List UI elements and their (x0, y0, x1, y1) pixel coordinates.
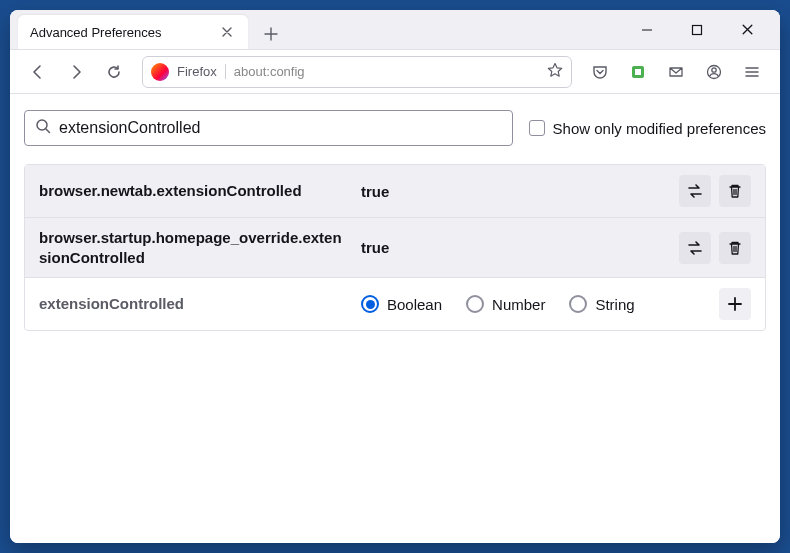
svg-point-4 (712, 67, 716, 71)
browser-tab[interactable]: Advanced Preferences (18, 15, 248, 49)
pref-actions (679, 175, 751, 207)
radio-icon[interactable] (569, 295, 587, 313)
back-button[interactable] (22, 56, 54, 88)
show-modified-label: Show only modified preferences (553, 120, 766, 137)
url-input[interactable] (234, 64, 539, 79)
forward-button[interactable] (60, 56, 92, 88)
pocket-icon[interactable] (584, 56, 616, 88)
prefs-table: browser.newtab.extensionControlled true … (24, 164, 766, 331)
toggle-button[interactable] (679, 232, 711, 264)
bookmark-star-icon[interactable] (547, 62, 563, 82)
radio-string[interactable]: String (569, 295, 634, 313)
app-menu-button[interactable] (736, 56, 768, 88)
radio-label: Number (492, 296, 545, 313)
reload-button[interactable] (98, 56, 130, 88)
identity-label: Firefox (177, 64, 226, 79)
maximize-button[interactable] (676, 14, 718, 46)
show-modified-toggle[interactable]: Show only modified preferences (529, 120, 766, 137)
tabs-strip: Advanced Preferences (10, 10, 626, 49)
close-window-button[interactable] (726, 14, 768, 46)
config-search-input[interactable] (59, 119, 502, 137)
svg-rect-0 (693, 25, 702, 34)
config-search-box[interactable] (24, 110, 513, 146)
pref-value: true (361, 183, 667, 200)
radio-label: String (595, 296, 634, 313)
browser-window: Advanced Preferences (10, 10, 780, 543)
tab-title: Advanced Preferences (30, 25, 218, 40)
window-controls (626, 14, 780, 46)
search-icon (35, 118, 51, 138)
pref-name: browser.startup.homepage_override.extens… (39, 228, 349, 267)
radio-icon[interactable] (466, 295, 484, 313)
account-icon[interactable] (698, 56, 730, 88)
new-pref-row[interactable]: extensionControlled Boolean Number Strin… (25, 278, 765, 330)
new-tab-button[interactable] (256, 19, 286, 49)
pref-name: browser.newtab.extensionControlled (39, 181, 349, 201)
url-bar[interactable]: Firefox (142, 56, 572, 88)
svg-rect-2 (635, 69, 641, 75)
minimize-button[interactable] (626, 14, 668, 46)
firefox-logo-icon (151, 63, 169, 81)
navigation-toolbar: Firefox (10, 50, 780, 94)
radio-number[interactable]: Number (466, 295, 545, 313)
new-pref-name: extensionControlled (39, 294, 349, 314)
mail-icon[interactable] (660, 56, 692, 88)
about-config-page: Show only modified preferences browser.n… (10, 94, 780, 543)
pref-actions (719, 288, 751, 320)
close-tab-icon[interactable] (218, 23, 236, 41)
checkbox-icon[interactable] (529, 120, 545, 136)
pref-actions (679, 232, 751, 264)
config-search-row: Show only modified preferences (24, 110, 766, 146)
radio-icon[interactable] (361, 295, 379, 313)
pref-row[interactable]: browser.startup.homepage_override.extens… (25, 218, 765, 278)
radio-label: Boolean (387, 296, 442, 313)
add-button[interactable] (719, 288, 751, 320)
toggle-button[interactable] (679, 175, 711, 207)
delete-button[interactable] (719, 232, 751, 264)
titlebar: Advanced Preferences (10, 10, 780, 50)
pref-row[interactable]: browser.newtab.extensionControlled true (25, 165, 765, 218)
delete-button[interactable] (719, 175, 751, 207)
extension-icon[interactable] (622, 56, 654, 88)
pref-value: true (361, 239, 667, 256)
radio-boolean[interactable]: Boolean (361, 295, 442, 313)
type-radio-group: Boolean Number String (361, 295, 707, 313)
